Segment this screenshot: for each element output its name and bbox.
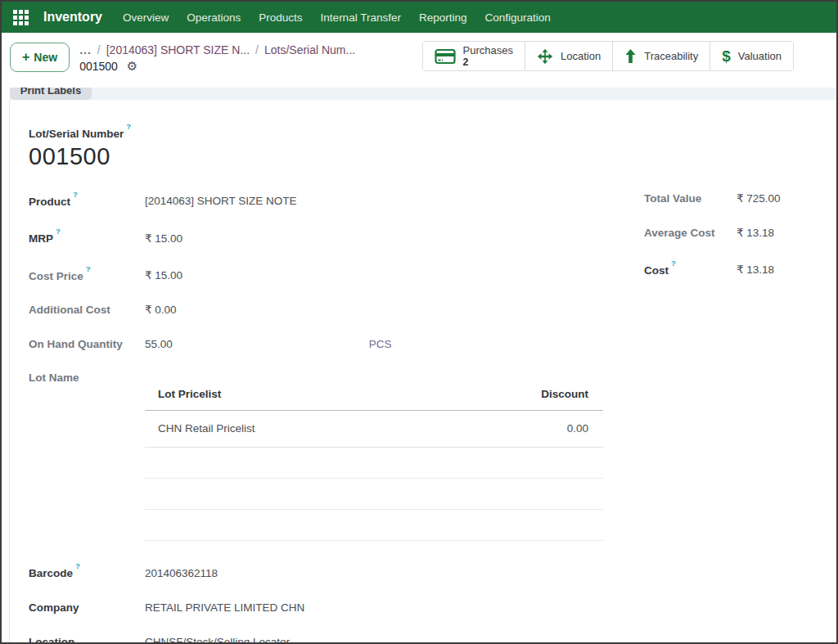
form-sheet: Lot/Serial Number? 001500 Product? [2014… — [9, 100, 836, 642]
breadcrumb: ... / [2014063] SHORT SIZE N... / Lots/S… — [79, 41, 355, 74]
help-icon: ? — [86, 264, 91, 273]
dollar-icon: $ — [722, 48, 731, 64]
barcode-label: Barcode? — [29, 562, 145, 581]
breadcrumb-separator: / — [255, 43, 259, 57]
new-button[interactable]: + New — [10, 43, 70, 72]
breadcrumb-lots-link[interactable]: Lots/Serial Num... — [264, 43, 355, 57]
average-cost-label: Average Cost — [644, 226, 737, 241]
cost-value[interactable]: ₹ 13.18 — [737, 262, 774, 278]
breadcrumb-line-2: 001500 ⚙ — [79, 59, 355, 74]
lot-serial-number-label: Lot/Serial Number? — [29, 123, 836, 142]
company-field-row: Company RETAIL PRIVATE LIMITED CHN — [29, 600, 622, 616]
stat-button-group: Purchases 2 Location Traceability $ Valu… — [422, 41, 794, 71]
total-value-field-row: Total Value ₹ 725.00 — [644, 191, 781, 207]
on-hand-quantity-label: On Hand Quantity — [29, 337, 145, 352]
cost-price-field-row: Cost Price? ₹ 15.00 — [29, 265, 622, 285]
discount-column-header[interactable]: Discount — [541, 387, 588, 402]
lot-name-label: Lot Name — [29, 371, 145, 385]
breadcrumb-line-1: ... / [2014063] SHORT SIZE N... / Lots/S… — [79, 43, 355, 57]
traceability-label: Traceability — [644, 50, 698, 62]
product-label: Product? — [29, 191, 145, 209]
nav-item-operations[interactable]: Operations — [178, 11, 250, 24]
average-cost-value: ₹ 13.18 — [737, 225, 774, 241]
on-hand-quantity-value[interactable]: 55.00 — [145, 336, 173, 353]
breadcrumb-separator: / — [97, 43, 101, 57]
cost-field-row: Cost? ₹ 13.18 — [644, 259, 781, 279]
additional-cost-field-row: Additional Cost ₹ 0.00 — [29, 302, 622, 318]
location-button[interactable]: Location — [525, 42, 613, 70]
total-value-label: Total Value — [644, 191, 737, 206]
lot-name-field-row: Lot Name Lot Pricelist Discount CHN Reta… — [29, 371, 622, 562]
company-label: Company — [29, 601, 145, 615]
traceability-button[interactable]: Traceability — [613, 42, 710, 70]
total-value-value: ₹ 725.00 — [737, 191, 781, 207]
pricelist-table: Lot Pricelist Discount CHN Retail Pricel… — [145, 371, 603, 541]
nav-item-internal-transfer[interactable]: Internal Transfer — [312, 11, 410, 24]
content-area: Print Labels Lot/Serial Number? 001500 P… — [2, 88, 836, 642]
valuation-label: Valuation — [738, 50, 782, 62]
breadcrumb-current: 001500 — [79, 59, 118, 74]
uom-link[interactable]: PCS — [369, 336, 392, 353]
top-navbar: Inventory Overview Operations Products I… — [2, 2, 836, 33]
breadcrumb-ellipsis[interactable]: ... — [79, 43, 92, 57]
help-icon: ? — [56, 227, 61, 236]
pricelist-table-row[interactable]: CHN Retail Pricelist 0.00 — [145, 411, 603, 448]
pricelist-empty-row — [145, 448, 603, 479]
average-cost-field-row: Average Cost ₹ 13.18 — [644, 225, 781, 241]
purchases-count: 2 — [463, 56, 469, 68]
additional-cost-value[interactable]: ₹ 0.00 — [145, 302, 177, 318]
nav-item-overview[interactable]: Overview — [114, 11, 178, 24]
control-panel: + New ... / [2014063] SHORT SIZE N... / … — [2, 33, 836, 88]
on-hand-quantity-wrap: 55.00 PCS — [145, 336, 392, 353]
barcode-value[interactable]: 201406362118 — [145, 565, 218, 582]
credit-card-icon — [435, 48, 456, 65]
location-label: Location — [561, 50, 601, 62]
app-name[interactable]: Inventory — [43, 10, 102, 25]
breadcrumb-product-link[interactable]: [2014063] SHORT SIZE N... — [106, 43, 250, 57]
cost-price-label: Cost Price? — [29, 265, 145, 284]
product-value[interactable]: [2014063] SHORT SIZE NOTE — [145, 193, 297, 209]
purchases-label: Purchases — [463, 44, 513, 56]
gear-icon[interactable]: ⚙ — [127, 60, 137, 73]
mrp-label: MRP? — [29, 227, 145, 246]
purchases-button[interactable]: Purchases 2 — [423, 42, 525, 70]
app-window: Inventory Overview Operations Products I… — [0, 0, 838, 644]
location-field-row: Location CHNSF/Stock/Selling Locator — [29, 634, 622, 643]
location-value[interactable]: CHNSF/Stock/Selling Locator — [145, 634, 290, 643]
statusbar-band: Print Labels — [10, 88, 836, 100]
pricelist-column-header[interactable]: Lot Pricelist — [158, 387, 541, 402]
arrow-up-icon — [624, 48, 637, 64]
plus-icon: + — [22, 52, 29, 63]
company-value[interactable]: RETAIL PRIVATE LIMITED CHN — [145, 600, 304, 616]
print-labels-button[interactable]: Print Labels — [10, 88, 92, 100]
nav-item-configuration[interactable]: Configuration — [475, 11, 559, 24]
mrp-value[interactable]: ₹ 15.00 — [145, 231, 182, 247]
additional-cost-label: Additional Cost — [29, 303, 145, 317]
location-label: Location — [29, 635, 145, 643]
form-right-column: Total Value ₹ 725.00 Average Cost ₹ 13.1… — [622, 191, 781, 643]
barcode-field-row: Barcode? 201406362118 — [29, 562, 622, 582]
purchases-text: Purchases 2 — [463, 44, 513, 68]
valuation-button[interactable]: $ Valuation — [710, 42, 793, 70]
pricelist-empty-row — [145, 510, 603, 541]
new-button-label: New — [34, 51, 57, 64]
on-hand-quantity-field-row: On Hand Quantity 55.00 PCS — [29, 336, 622, 353]
lot-serial-number-value[interactable]: 001500 — [29, 142, 836, 171]
nav-item-products[interactable]: Products — [250, 11, 311, 24]
help-icon: ? — [671, 259, 676, 268]
discount-cell[interactable]: 0.00 — [567, 421, 588, 436]
apps-grid-icon[interactable] — [13, 10, 29, 25]
product-field-row: Product? [2014063] SHORT SIZE NOTE — [29, 191, 622, 210]
pricelist-table-header: Lot Pricelist Discount — [145, 371, 603, 411]
form-left-column: Product? [2014063] SHORT SIZE NOTE MRP? … — [29, 191, 622, 643]
nav-item-reporting[interactable]: Reporting — [410, 11, 476, 24]
form-grid: Product? [2014063] SHORT SIZE NOTE MRP? … — [29, 191, 836, 643]
help-icon: ? — [75, 561, 80, 570]
pricelist-empty-row — [145, 479, 603, 510]
help-icon: ? — [73, 190, 78, 199]
cost-price-value[interactable]: ₹ 15.00 — [145, 268, 182, 284]
cost-label: Cost? — [644, 259, 737, 278]
help-icon: ? — [126, 122, 131, 131]
pricelist-cell[interactable]: CHN Retail Pricelist — [158, 421, 567, 436]
move-arrows-icon — [537, 48, 553, 65]
